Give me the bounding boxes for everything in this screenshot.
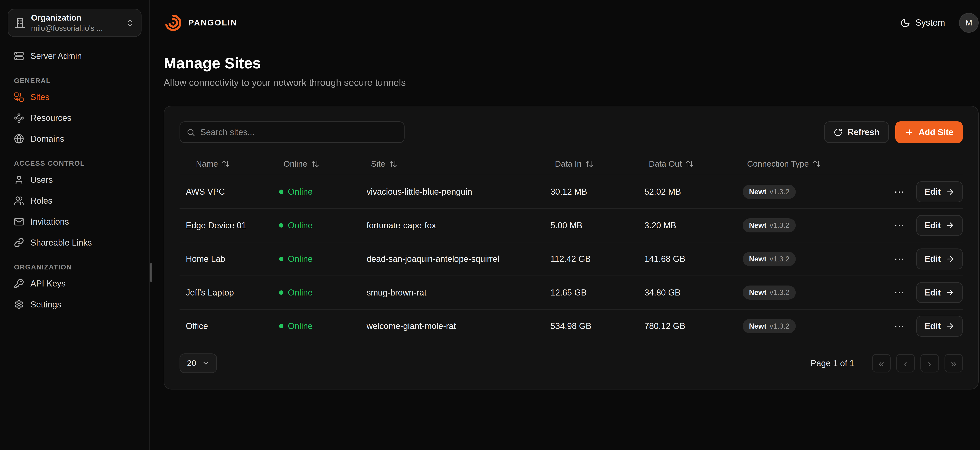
sidebar-item-label: Invitations xyxy=(30,217,69,227)
row-menu-button[interactable]: ⋯ xyxy=(894,321,905,331)
server-icon xyxy=(14,51,24,61)
cell-online: Online xyxy=(273,220,361,230)
cell-data-in: 12.65 GB xyxy=(545,288,639,298)
row-menu-button[interactable]: ⋯ xyxy=(894,187,905,197)
online-dot xyxy=(279,257,283,261)
cell-name: Home Lab xyxy=(180,254,274,264)
sidebar-item-roles[interactable]: Roles xyxy=(8,190,142,211)
sites-table: Name Online Site Data In Data Out Connec… xyxy=(180,153,963,343)
column-header-name[interactable]: Name xyxy=(180,159,274,169)
sidebar-item-label: Users xyxy=(30,175,53,185)
building-icon xyxy=(14,17,25,28)
sidebar-item-resources[interactable]: Resources xyxy=(8,108,142,128)
waypoints-icon xyxy=(14,113,24,123)
cell-data-out: 34.80 GB xyxy=(639,288,737,298)
sort-icon xyxy=(389,160,397,168)
sidebar-item-domains[interactable]: Domains xyxy=(8,128,142,149)
column-header-data-out[interactable]: Data Out xyxy=(639,159,737,169)
table-row: Edge Device 01 Online fortunate-cape-fox… xyxy=(180,208,963,242)
cell-data-out: 141.68 GB xyxy=(639,254,737,264)
theme-toggle[interactable]: System xyxy=(900,17,945,28)
prev-page-button[interactable]: ‹ xyxy=(896,354,915,372)
page-title: Manage Sites xyxy=(164,54,978,72)
edit-button[interactable]: Edit xyxy=(916,249,963,269)
sidebar-item-sites[interactable]: Sites xyxy=(8,87,142,108)
cell-online: Online xyxy=(273,254,361,264)
sidebar-item-shareable-links[interactable]: Shareable Links xyxy=(8,232,142,253)
cell-data-out: 780.12 GB xyxy=(639,321,737,331)
sidebar-item-users[interactable]: Users xyxy=(8,170,142,190)
key-icon xyxy=(14,279,24,288)
online-dot xyxy=(279,190,283,194)
row-menu-button[interactable]: ⋯ xyxy=(894,254,905,264)
cell-name: Edge Device 01 xyxy=(180,220,274,230)
connection-type-badge: Newtv1.3.2 xyxy=(743,252,796,266)
cell-site: dead-san-joaquin-antelope-squirrel xyxy=(361,254,545,264)
users-icon xyxy=(14,196,24,206)
user-icon xyxy=(14,175,24,185)
sidebar: Organization milo@fossorial.io's ... Ser… xyxy=(0,0,150,450)
org-subtitle: milo@fossorial.io's ... xyxy=(31,24,120,33)
table-header-row: Name Online Site Data In Data Out Connec… xyxy=(180,153,963,175)
chevrons-up-down-icon xyxy=(126,18,134,27)
org-selector[interactable]: Organization milo@fossorial.io's ... xyxy=(8,9,142,36)
table-row: Jeff's Laptop Online smug-brown-rat 12.6… xyxy=(180,276,963,309)
online-dot xyxy=(279,324,283,328)
cell-data-in: 112.42 GB xyxy=(545,254,639,264)
refresh-button[interactable]: Refresh xyxy=(824,121,889,143)
sort-icon xyxy=(222,160,230,168)
theme-label: System xyxy=(915,17,945,28)
avatar[interactable]: M xyxy=(959,13,978,33)
sidebar-nav: Server Admin GENERAL Sites Resources Dom… xyxy=(8,46,142,315)
globe-icon xyxy=(14,134,24,144)
main-area: PANGOLIN System M Manage Sites Allow con… xyxy=(150,0,980,450)
edit-button[interactable]: Edit xyxy=(916,181,963,202)
cell-online: Online xyxy=(273,187,361,196)
first-page-button[interactable]: « xyxy=(872,354,891,372)
add-site-button[interactable]: Add Site xyxy=(895,121,963,143)
sidebar-item-invitations[interactable]: Invitations xyxy=(8,211,142,232)
sidebar-item-settings[interactable]: Settings xyxy=(8,294,142,315)
cell-site: smug-brown-rat xyxy=(361,288,545,298)
section-label-access-control: ACCESS CONTROL xyxy=(14,159,135,168)
last-page-button[interactable]: » xyxy=(945,354,963,372)
gear-icon xyxy=(14,299,24,310)
cell-name: AWS VPC xyxy=(180,187,274,196)
table-footer: 20 Page 1 of 1 « ‹ › » xyxy=(180,353,963,373)
arrow-right-icon xyxy=(946,187,955,196)
mail-icon xyxy=(14,217,24,227)
page-size-select[interactable]: 20 xyxy=(180,353,217,373)
cell-online: Online xyxy=(273,288,361,298)
app-root: Organization milo@fossorial.io's ... Ser… xyxy=(0,0,980,450)
sidebar-item-server-admin[interactable]: Server Admin xyxy=(8,46,142,67)
toolbar: Refresh Add Site xyxy=(180,121,963,143)
brand-name: PANGOLIN xyxy=(188,18,237,27)
edit-button[interactable]: Edit xyxy=(916,215,963,236)
row-menu-button[interactable]: ⋯ xyxy=(894,287,905,298)
cell-online: Online xyxy=(273,321,361,331)
page-subtitle: Allow connectivity to your network throu… xyxy=(164,77,978,88)
edit-button[interactable]: Edit xyxy=(916,282,963,303)
column-header-online[interactable]: Online xyxy=(273,159,361,169)
sidebar-item-label: Resources xyxy=(30,113,72,123)
sort-icon xyxy=(686,160,694,168)
edit-button[interactable]: Edit xyxy=(916,316,963,337)
sites-card: Refresh Add Site Name Online Site Data I… xyxy=(164,106,978,390)
row-menu-button[interactable]: ⋯ xyxy=(894,220,905,230)
column-header-connection-type[interactable]: Connection Type xyxy=(737,159,880,169)
search-input[interactable] xyxy=(200,127,398,137)
chevron-down-icon xyxy=(202,359,210,367)
column-header-site[interactable]: Site xyxy=(361,159,545,169)
page-indicator: Page 1 of 1 xyxy=(811,358,854,368)
online-dot xyxy=(279,223,283,228)
arrow-right-icon xyxy=(946,288,955,297)
online-dot xyxy=(279,290,283,295)
column-header-data-in[interactable]: Data In xyxy=(545,159,639,169)
sidebar-item-api-keys[interactable]: API Keys xyxy=(8,273,142,294)
next-page-button[interactable]: › xyxy=(920,354,939,372)
connection-type-badge: Newtv1.3.2 xyxy=(743,319,796,333)
cell-data-out: 52.02 MB xyxy=(639,187,737,196)
brand: PANGOLIN xyxy=(164,13,237,32)
sidebar-item-label: Shareable Links xyxy=(30,238,92,247)
cell-name: Jeff's Laptop xyxy=(180,288,274,298)
